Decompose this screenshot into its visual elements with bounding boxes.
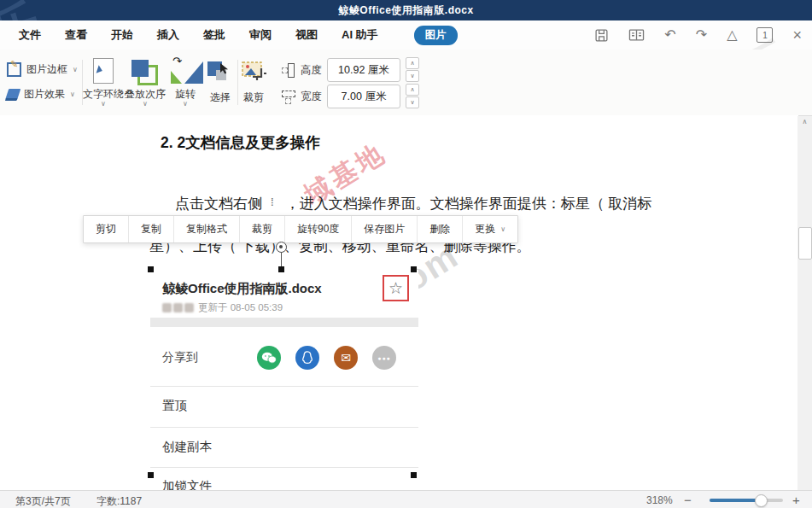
zoom-slider-thumb[interactable]	[755, 494, 768, 507]
reading-view-icon[interactable]	[628, 28, 645, 42]
panel-separator	[150, 467, 418, 468]
picture-effects-label: 图片效果	[24, 87, 65, 102]
close-icon[interactable]: ×	[792, 27, 802, 43]
chevron-down-icon: ∨	[70, 91, 75, 98]
ctx-save-image[interactable]: 保存图片	[352, 216, 418, 242]
height-stepper: ∧ ∨	[406, 57, 419, 83]
size-group: 高度 ∧ ∨ 宽度 ∧ ∨	[282, 58, 419, 111]
ctx-replace[interactable]: 更换 ∨	[463, 216, 517, 242]
text-wrap-icon	[93, 58, 114, 84]
menu-bar: 乐 文件 查看 开始 插入 签批 审阅 视图 AI 助手 图片 ↶	[0, 20, 812, 50]
crop-button[interactable]: 裁剪	[229, 55, 278, 105]
ribbon: ✎ 图片边框 ∨ 图片效果 ∨ 文字环绕 ∨ 叠放次序 ∨ ↷	[0, 50, 812, 116]
menu-insert[interactable]: 插入	[157, 27, 179, 43]
save-icon[interactable]	[594, 28, 609, 43]
panel-item-duplicate: 创建副本	[162, 439, 212, 455]
spin-down-icon[interactable]: ∨	[406, 96, 419, 108]
width-label: 宽度	[301, 90, 322, 104]
more-icon: ●●●	[372, 346, 396, 370]
menu-review[interactable]: 审阅	[249, 27, 272, 43]
single-page-view-icon[interactable]: 1	[757, 27, 773, 43]
selection-handle-bottom-left[interactable]	[148, 472, 154, 478]
panel-updated-text: 更新于 08-05 05:39	[198, 301, 283, 314]
scrollbar-thumb[interactable]	[798, 227, 812, 260]
undo-icon[interactable]: ↶	[664, 28, 675, 42]
selection-handle-top-center[interactable]	[278, 266, 284, 272]
panel-separator	[150, 427, 418, 428]
height-icon	[282, 62, 295, 78]
picture-effects-button[interactable]: 图片效果 ∨	[7, 82, 78, 107]
width-icon	[282, 89, 295, 104]
selection-handle-bottom-right[interactable]	[411, 472, 417, 478]
zoom-slider-fill	[710, 499, 761, 502]
spin-up-icon[interactable]: ∧	[406, 57, 419, 69]
selection-handle-top-left[interactable]	[148, 266, 154, 272]
redo-icon[interactable]: ↷	[696, 28, 707, 42]
zoom-percent: 318%	[646, 494, 673, 506]
share-to-label: 分享到	[162, 350, 198, 365]
paragraph-text: 点击文档右侧	[175, 194, 262, 213]
window-title: 鲸鲮Office使用指南版.docx	[0, 3, 812, 18]
ctx-copy-format[interactable]: 复制格式	[174, 216, 240, 242]
mail-icon: ✉	[334, 346, 358, 370]
crop-label: 裁剪	[229, 91, 278, 105]
height-label: 高度	[301, 63, 322, 78]
selection-handle-top-right[interactable]	[411, 266, 417, 272]
section-heading: 2. 2文档信息及更多操作	[161, 132, 320, 153]
quick-actions: ↶ ↷ △ 1 ×	[594, 20, 802, 50]
rotate-handle[interactable]	[276, 242, 287, 253]
spin-up-icon[interactable]: ∧	[406, 84, 419, 96]
ctx-cut[interactable]: 剪切	[84, 216, 129, 242]
chevron-down-icon: ∨	[73, 66, 78, 73]
paragraph-text: ，进入文档操作界面。文档操作界面提供：标星（ 取消标	[285, 194, 652, 213]
vertical-ellipsis-icon: ⁞	[271, 196, 273, 208]
ctx-rotate-90[interactable]: 旋转90度	[285, 216, 352, 242]
ctx-crop[interactable]: 裁剪	[240, 216, 285, 242]
paragraph-line-1: 点击文档右侧 ⁞ ，进入文档操作界面。文档操作界面提供：标星（ 取消标	[175, 194, 651, 213]
ctx-delete[interactable]: 删除	[418, 216, 463, 242]
chevron-down-icon: ∨	[500, 225, 505, 233]
zoom-in-button[interactable]: +	[792, 493, 800, 507]
panel-updated-row: 更新于 08-05 05:39	[162, 301, 283, 314]
menu-ai-assistant[interactable]: AI 助手	[342, 27, 378, 43]
app-window: 乐 鲸鲮Office使用指南版.docx 乐 文件 查看 开始 插入 签批 审阅…	[0, 0, 812, 508]
width-input[interactable]	[327, 85, 400, 108]
panel-separator	[150, 386, 418, 387]
star-highlight-box: ☆	[383, 275, 409, 301]
panel-file-title: 鲸鲮Office使用指南版.docx	[162, 281, 322, 297]
collapse-ribbon-icon[interactable]: △	[727, 28, 737, 42]
height-input[interactable]	[327, 58, 400, 82]
page-indicator: 第3页/共7页	[15, 494, 71, 508]
envelope-glyph: ✉	[341, 351, 351, 365]
embedded-image-panel[interactable]: 鲸鲮Office使用指南版.docx ☆ 更新于 08-05 05:39 分享到	[150, 270, 418, 490]
scroll-up-icon[interactable]: ∧	[797, 118, 812, 126]
crop-icon	[229, 55, 278, 87]
width-stepper: ∧ ∨	[406, 84, 419, 109]
qq-icon	[295, 346, 319, 370]
zoom-out-button[interactable]: −	[684, 493, 692, 507]
picture-context-menu: 剪切 复制 复制格式 裁剪 旋转90度 保存图片 删除 更换 ∨	[83, 215, 518, 243]
menu-home[interactable]: 开始	[111, 27, 133, 43]
vertical-scrollbar[interactable]: ∧	[797, 116, 812, 490]
spin-down-icon[interactable]: ∨	[406, 70, 419, 82]
zoom-slider-track[interactable]	[710, 499, 783, 502]
star-icon: ☆	[388, 280, 403, 296]
panel-item-lock: 加锁文件	[162, 478, 212, 490]
status-bar: 第3页/共7页 字数:1187 318% − +	[0, 490, 812, 508]
picture-border-icon: ✎	[7, 62, 21, 77]
ctx-copy[interactable]: 复制	[129, 216, 174, 242]
more-dots-glyph: ●●●	[377, 355, 391, 361]
menu-sign[interactable]: 签批	[203, 27, 225, 43]
wechat-icon	[257, 346, 281, 370]
document-page: 域基地 se.com 记得 2. 2文档信息及更多操作 点击文档右侧 ⁞ ，进入…	[0, 115, 798, 490]
picture-border-button[interactable]: ✎ 图片边框 ∨	[7, 57, 78, 82]
menu-file[interactable]: 文件	[19, 27, 41, 43]
rotate-handle-stem	[281, 250, 282, 267]
picture-border-label: 图片边框	[26, 62, 67, 77]
menu-viewtab[interactable]: 视图	[295, 27, 318, 43]
menu-items: 文件 查看 开始 插入 签批 审阅 视图 AI 助手 图片	[0, 26, 458, 45]
tab-picture-active[interactable]: 图片	[414, 26, 458, 45]
menu-view[interactable]: 查看	[65, 27, 87, 43]
panel-item-pin: 置顶	[162, 398, 187, 414]
title-bar: 乐 鲸鲮Office使用指南版.docx	[0, 0, 812, 20]
